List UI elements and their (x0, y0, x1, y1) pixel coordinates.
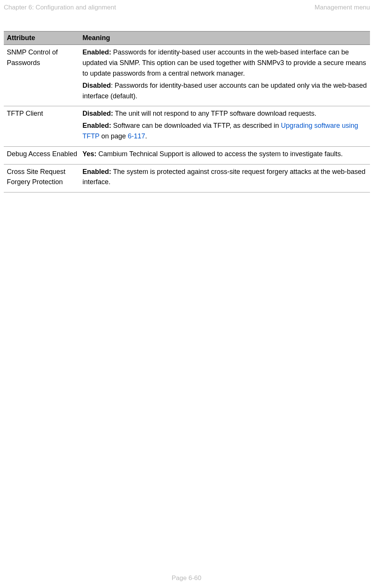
cell-meaning: Disabled: The unit will not respond to a… (79, 106, 370, 147)
option-text: Software can be downloaded via TFTP, as … (111, 122, 281, 129)
table-header-row: Attribute Meaning (4, 31, 370, 45)
option-label: Enabled: (82, 168, 111, 175)
cell-meaning: Enabled: Passwords for identity-based us… (79, 45, 370, 106)
link-pageref[interactable]: 6-117 (128, 132, 145, 140)
table-row: Cross Site Request Forgery Protection En… (4, 164, 370, 192)
paragraph: Enabled: Software can be downloaded via … (82, 121, 367, 142)
cell-attribute: Cross Site Request Forgery Protection (4, 164, 79, 192)
option-text: The unit will not respond to any TFTP so… (113, 110, 316, 117)
content-area: Attribute Meaning SNMP Control of Passwo… (4, 31, 370, 192)
col-header-attribute: Attribute (4, 31, 79, 45)
cell-attribute: Debug Access Enabled (4, 147, 79, 164)
option-label: Enabled: (82, 48, 111, 56)
option-text: : Passwords for identity-based user acco… (82, 82, 367, 100)
option-label: Yes: (82, 150, 96, 158)
col-header-meaning: Meaning (79, 31, 370, 45)
option-text: Cambium Technical Support is allowed to … (96, 150, 343, 158)
attribute-table: Attribute Meaning SNMP Control of Passwo… (4, 31, 370, 192)
paragraph: Disabled: Passwords for identity-based u… (82, 81, 367, 102)
cell-attribute: TFTP Client (4, 106, 79, 147)
page-header: Chapter 6: Configuration and alignment M… (0, 4, 373, 11)
page-number: Page 6-60 (172, 574, 201, 582)
cell-meaning: Enabled: The system is protected against… (79, 164, 370, 192)
paragraph: Enabled: Passwords for identity-based us… (82, 47, 367, 79)
option-text: Passwords for identity-based user accoun… (82, 48, 366, 77)
cell-meaning: Yes: Cambium Technical Support is allowe… (79, 147, 370, 164)
header-right: Management menu (315, 4, 370, 11)
option-text: . (145, 132, 147, 140)
option-label: Disabled (82, 82, 111, 89)
page-footer: Page 6-60 (0, 574, 373, 582)
table-row: SNMP Control of Passwords Enabled: Passw… (4, 45, 370, 106)
header-left: Chapter 6: Configuration and alignment (4, 4, 116, 11)
paragraph: Disabled: The unit will not respond to a… (82, 109, 367, 119)
paragraph: Yes: Cambium Technical Support is allowe… (82, 149, 367, 160)
cell-attribute: SNMP Control of Passwords (4, 45, 79, 106)
option-label: Enabled: (82, 122, 111, 129)
table-row: Debug Access Enabled Yes: Cambium Techni… (4, 147, 370, 164)
option-label: Disabled: (82, 110, 113, 117)
table-row: TFTP Client Disabled: The unit will not … (4, 106, 370, 147)
option-text: on page (99, 132, 128, 140)
option-text: The system is protected against cross-si… (82, 168, 365, 186)
paragraph: Enabled: The system is protected against… (82, 167, 367, 188)
